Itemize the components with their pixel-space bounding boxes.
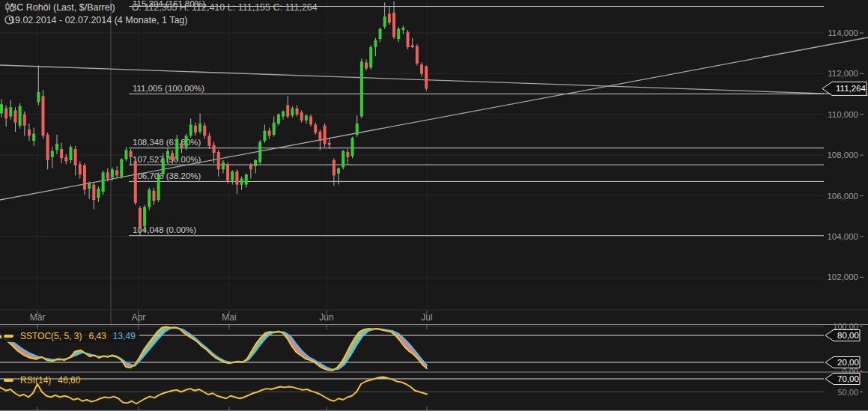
candle-body (342, 151, 345, 168)
date-range: 19.02.2014 - 02.07.2014 (4 Monate, 1 Tag… (10, 15, 187, 25)
candle-body (28, 130, 31, 136)
trading-chart-window: 115,304 (161.80%)111,005 (100.00%)108,34… (0, 0, 868, 411)
candle-body (231, 171, 234, 180)
candle-body (23, 115, 26, 126)
candle-body (249, 165, 252, 169)
candle-body (19, 106, 22, 126)
ohlc-values: O: 112,355 H: 112,410 L: 111,155 C: 111,… (132, 2, 318, 13)
candle-body (318, 132, 321, 141)
candle-body (346, 152, 349, 157)
fib-label: 111,005 (100.00%) (133, 84, 204, 93)
rsi-value: 46,60 (58, 375, 80, 386)
sstoc-d-value: 13,49 (113, 331, 136, 341)
candle-body (324, 126, 327, 144)
candle-body (185, 136, 188, 147)
sstoc-name: SSTOC(5, 5, 3) (20, 331, 82, 341)
candle-body (286, 106, 289, 117)
candle-body (92, 185, 95, 200)
candle-body (194, 126, 197, 133)
candle-body (175, 138, 178, 159)
stoch-level-marker-text: 80,00 (837, 331, 859, 340)
candle-body (102, 172, 105, 192)
candle-body (296, 109, 299, 115)
candlesticks (0, 1, 428, 236)
candle-body (79, 164, 82, 174)
candle-body (369, 47, 372, 67)
rsi-legend[interactable]: RSI(14) 46,60 (1, 374, 84, 386)
candle-body (314, 124, 317, 133)
price-axis-label: 114,000 (828, 28, 858, 37)
candle-body (0, 104, 3, 113)
candle-body (365, 62, 368, 68)
candle-body (115, 171, 118, 176)
candle-body (383, 16, 386, 27)
chart-header: BC Rohöl (Last, $/Barrel) O: 112,355 H: … (4, 2, 318, 13)
candle-body (356, 124, 359, 135)
candle-body (226, 164, 229, 180)
candle-body (143, 207, 146, 227)
candle-body (124, 150, 127, 159)
sstoc-k-value: 6,43 (88, 331, 106, 341)
chart-canvas[interactable]: 115,304 (161.80%)111,005 (100.00%)108,34… (0, 0, 868, 411)
candle-body (60, 149, 63, 158)
fib-label: 104,048 (0.00%) (133, 225, 196, 234)
candle-body (152, 191, 155, 201)
candle-body (351, 138, 354, 156)
rsi-name: RSI(14) (20, 375, 51, 386)
gridlines (0, 0, 868, 324)
candle-body (217, 152, 220, 169)
candle-body (139, 208, 142, 228)
instrument-title: BC Rohöl (Last, $/Barrel) (10, 2, 115, 13)
candle-body (397, 29, 400, 40)
candle-body (203, 126, 206, 136)
candle-body (207, 136, 210, 146)
candle-body (245, 174, 248, 185)
candle-body (213, 145, 216, 153)
candle-body (32, 134, 35, 141)
candle-body (69, 147, 72, 160)
price-axis-label: 112,000 (828, 69, 858, 78)
fibonacci-levels[interactable]: 115,304 (161.80%)111,005 (100.00%)108,34… (129, 0, 824, 236)
candle-body (162, 158, 165, 174)
candle-body (277, 115, 280, 124)
candle-body (401, 28, 404, 30)
candle-body (273, 123, 276, 135)
candle-body (388, 13, 391, 22)
candle-body (420, 64, 423, 73)
candle-body (411, 45, 414, 47)
candle-body (83, 165, 86, 190)
candle-body (425, 67, 428, 89)
candle-body (37, 92, 40, 103)
ascending-trendline (0, 37, 868, 200)
candle-body (166, 151, 169, 159)
rsi-series-swatch (4, 379, 13, 382)
candle-body (235, 171, 238, 185)
candle-body (171, 153, 174, 160)
sstoc-legend[interactable]: SSTOC(5, 5, 3) 6,43 13,49 (1, 330, 139, 342)
candle-body (268, 131, 271, 136)
candle-body (97, 189, 100, 198)
rsi-level-marker-text: 70,00 (837, 374, 859, 383)
candle-body (41, 96, 44, 136)
candle-body (282, 112, 285, 117)
date-range-row: 19.02.2014 - 02.07.2014 (4 Monate, 1 Tag… (4, 15, 187, 25)
candle-body (379, 29, 382, 40)
candle-body (407, 32, 410, 47)
candle-body (111, 169, 114, 177)
stoch-level-marker-text: 20,00 (837, 358, 859, 367)
trendlines[interactable] (0, 37, 868, 200)
candle-body (291, 109, 294, 116)
candle-body (4, 109, 7, 119)
candle-body (120, 159, 123, 177)
price-axis-label: 106,000 (827, 192, 858, 201)
candle-body (392, 13, 395, 37)
candle-body (157, 174, 160, 200)
candle-body (254, 160, 257, 166)
candle-body (300, 112, 303, 121)
candle-body (64, 157, 67, 161)
candle-body (328, 143, 331, 145)
candle-body (51, 151, 54, 157)
price-axis-label: 102,000 (827, 273, 858, 281)
candle-body (88, 183, 91, 189)
candle-body (333, 160, 336, 175)
